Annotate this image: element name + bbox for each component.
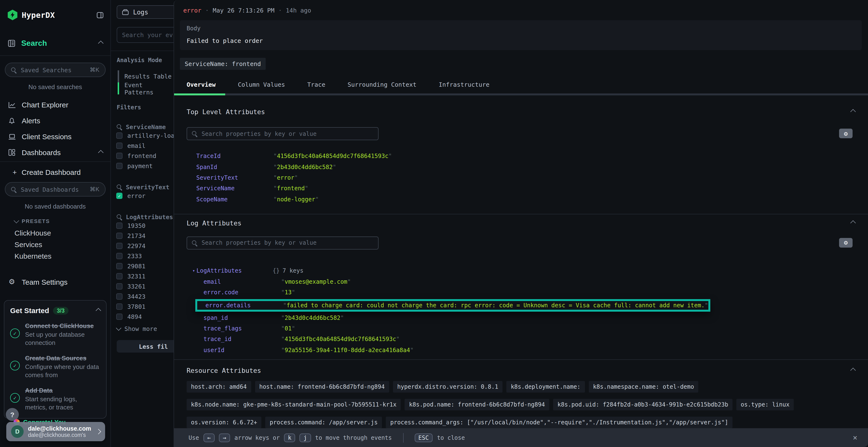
- resource-tag[interactable]: k8s.pod.name: frontend-6b6c8d7bfd-ng894: [405, 399, 550, 410]
- create-dashboard-button[interactable]: + Create Dashboard: [0, 165, 111, 179]
- detail-tab[interactable]: Trace: [307, 81, 325, 88]
- log-attribute-row[interactable]: error.details "failed to charge card: co…: [195, 299, 710, 311]
- filter-option[interactable]: 32311: [116, 271, 174, 281]
- preset-dashboard-item[interactable]: Services: [0, 238, 111, 250]
- get-started-item[interactable]: ✓ Add Data Start sending logs, metrics, …: [10, 386, 100, 411]
- sidebar-collapse-icon[interactable]: [96, 11, 104, 19]
- detail-tab[interactable]: Overview: [187, 81, 216, 88]
- resource-tag[interactable]: k8s.deployment.name:: [506, 381, 585, 392]
- top-level-search-input[interactable]: Search properties by key or value: [187, 127, 378, 140]
- arrow-right-key[interactable]: →: [219, 433, 230, 442]
- checkbox[interactable]: [116, 263, 123, 269]
- j-key[interactable]: j: [300, 433, 311, 442]
- log-attribute-row[interactable]: span_id "2b43d0c4dd6bc582": [192, 312, 710, 323]
- resource-tag[interactable]: os.version: 6.6.72+: [187, 416, 261, 428]
- filter-option[interactable]: 21734: [116, 231, 174, 241]
- close-icon[interactable]: ×: [853, 433, 858, 442]
- sidebar-item-chart-explorer[interactable]: Chart Explorer: [0, 97, 111, 113]
- saved-searches-input[interactable]: Saved Searches ⌘K: [5, 63, 105, 77]
- k-key[interactable]: k: [284, 433, 295, 442]
- section-collapse-chevron-icon[interactable]: [850, 109, 856, 115]
- search-icon[interactable]: [117, 214, 122, 220]
- log-attribute-row[interactable]: userId "92a55156-39a4-11f0-8ddd-a2eca416…: [192, 345, 710, 355]
- log-attributes-root-row[interactable]: ▾ LogAttributes {} 7 keys: [192, 265, 710, 276]
- filter-option[interactable]: 2333: [116, 251, 174, 261]
- resource-tag[interactable]: process.command_args: ["/usr/local/bin/n…: [386, 416, 733, 428]
- checkbox[interactable]: [116, 253, 123, 259]
- attribute-row[interactable]: ServiceName "frontend": [196, 183, 868, 194]
- checkbox[interactable]: [116, 222, 123, 229]
- log-attributes-settings-button[interactable]: ⚙: [839, 238, 852, 248]
- user-menu[interactable]: D dale@clickhouse.com dale@clickhouse.co…: [6, 422, 105, 441]
- attribute-row[interactable]: TraceId "4156d3fbc40a64854d9dc7f68641593…: [196, 151, 868, 162]
- checkbox[interactable]: [116, 233, 123, 239]
- filter-option[interactable]: artillery-loa: [116, 131, 174, 141]
- preset-dashboard-item[interactable]: Kubernetes: [0, 250, 111, 262]
- arrow-left-key[interactable]: ←: [203, 433, 214, 442]
- filter-option[interactable]: 22974: [116, 241, 174, 251]
- detail-tab[interactable]: Column Values: [238, 81, 285, 88]
- checkbox[interactable]: [116, 133, 123, 139]
- checkbox[interactable]: [116, 143, 123, 149]
- section-collapse-chevron-icon[interactable]: [850, 220, 856, 226]
- attribute-row[interactable]: SeverityText "error": [196, 172, 868, 183]
- show-more-button[interactable]: Show more: [117, 325, 174, 332]
- get-started-item[interactable]: ✓ Create Data Sources Configure where yo…: [10, 354, 100, 379]
- analysis-mode-option[interactable]: Results Table: [118, 70, 174, 82]
- sidebar-item-alerts[interactable]: Alerts: [0, 113, 111, 129]
- less-filters-button[interactable]: Less fil: [117, 340, 174, 353]
- filter-option[interactable]: 33261: [116, 281, 174, 291]
- attribute-row[interactable]: SpanId "2b43d0c4dd6bc582": [196, 162, 868, 172]
- esc-key[interactable]: ESC: [414, 433, 433, 442]
- resource-tag[interactable]: k8s.pod.uid: f284fb2d-a0b3-4634-991b-e2c…: [553, 399, 733, 410]
- log-attribute-row[interactable]: email "vmoses@example.com": [192, 276, 710, 287]
- filter-option[interactable]: 19350: [116, 220, 174, 231]
- checkbox[interactable]: [116, 294, 123, 300]
- get-started-collapse-chevron-icon[interactable]: [96, 308, 101, 313]
- resource-tag[interactable]: hyperdx.distro.version: 0.8.1: [393, 381, 502, 392]
- resource-tag[interactable]: process.command: /app/server.js: [266, 416, 382, 428]
- checkbox[interactable]: [116, 273, 123, 279]
- analysis-mode-option[interactable]: Event Patterns: [118, 82, 174, 94]
- filter-option[interactable]: payment: [116, 161, 174, 171]
- sidebar-item-dashboards[interactable]: Dashboards: [0, 144, 111, 161]
- filter-option[interactable]: frontend: [116, 151, 174, 161]
- search-icon[interactable]: [117, 184, 122, 190]
- top-level-settings-button[interactable]: ⚙: [839, 129, 852, 138]
- detail-tab[interactable]: Infrastructure: [439, 81, 490, 88]
- saved-dashboards-input[interactable]: Saved Dashboards ⌘K: [5, 182, 105, 197]
- filter-option[interactable]: 29081: [116, 261, 174, 271]
- filter-option[interactable]: error: [116, 191, 174, 201]
- log-attribute-row[interactable]: trace_flags "01": [192, 323, 710, 334]
- sidebar-item-search[interactable]: Search: [0, 38, 111, 49]
- resource-tag[interactable]: os.type: linux: [736, 399, 794, 410]
- filter-option[interactable]: 37801: [116, 302, 174, 312]
- dashboards-collapse-chevron-icon[interactable]: [98, 150, 104, 156]
- checkbox[interactable]: [116, 243, 123, 249]
- log-attributes-search-input[interactable]: Search properties by key or value: [187, 237, 378, 249]
- resource-tag[interactable]: host.name: frontend-6b6c8d7bfd-ng894: [255, 381, 389, 392]
- presets-toggle[interactable]: PRESETS: [0, 215, 111, 227]
- section-collapse-chevron-icon[interactable]: [850, 368, 856, 373]
- preset-dashboard-item[interactable]: ClickHouse: [0, 227, 111, 238]
- filter-option[interactable]: 4894: [116, 312, 174, 322]
- resource-tag[interactable]: k8s.node.name: gke-pme-k8s-standard-main…: [187, 399, 401, 410]
- checkbox[interactable]: [116, 153, 123, 159]
- checkbox[interactable]: [116, 193, 123, 199]
- checkbox[interactable]: [116, 283, 123, 289]
- detail-tab[interactable]: Surrounding Context: [347, 81, 416, 88]
- filter-option[interactable]: 34423: [116, 291, 174, 302]
- search-icon[interactable]: [117, 124, 122, 130]
- resource-tag[interactable]: k8s.namespace.name: otel-demo: [589, 381, 698, 392]
- source-select-logs[interactable]: Logs: [117, 5, 174, 19]
- attribute-row[interactable]: ScopeName "node-logger": [196, 194, 868, 205]
- checkbox[interactable]: [116, 304, 123, 310]
- service-name-chip[interactable]: ServiceName: frontend: [180, 58, 266, 70]
- sidebar-item-team-settings[interactable]: ⚙ Team Settings: [0, 276, 111, 287]
- log-attribute-row[interactable]: trace_id "4156d3fbc40a64854d9dc7f6864159…: [192, 334, 710, 345]
- resource-tag[interactable]: host.arch: amd64: [187, 381, 251, 392]
- get-started-item[interactable]: ✓ Connect to ClickHouse Set up your data…: [10, 322, 100, 347]
- search-collapse-chevron-icon[interactable]: [98, 41, 104, 46]
- tree-expand-icon[interactable]: ▾: [192, 268, 195, 273]
- sidebar-item-client-sessions[interactable]: Client Sessions: [0, 129, 111, 144]
